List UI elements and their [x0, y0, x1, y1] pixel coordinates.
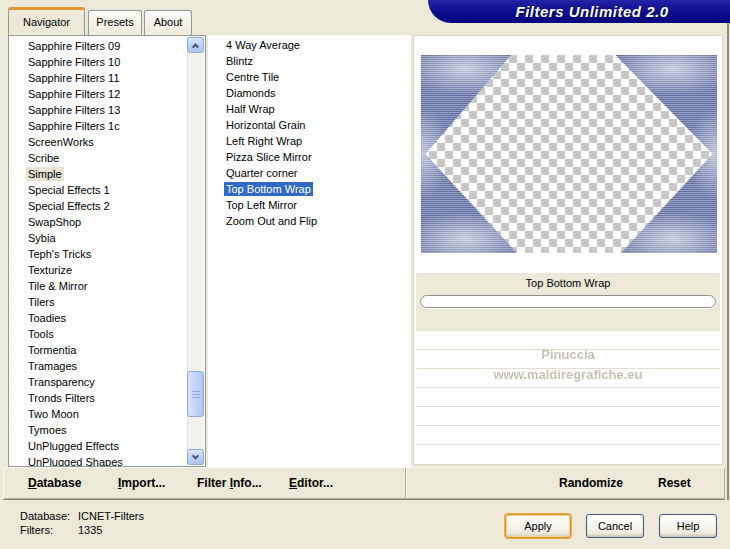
filter-item[interactable]: Diamonds: [224, 85, 411, 101]
filter-item[interactable]: 4 Way Average: [224, 37, 411, 53]
category-list: Sapphire Filters 09Sapphire Filters 10Sa…: [9, 36, 187, 466]
filter-info-button[interactable]: Filter Info...: [197, 467, 262, 499]
filter-list-panel: 4 Way AverageBlintzCentre TileDiamondsHa…: [208, 35, 411, 467]
grip-icon: [192, 391, 200, 398]
filter-item[interactable]: Centre Tile: [224, 69, 411, 85]
reset-button[interactable]: Reset: [658, 467, 691, 499]
import-button[interactable]: Import...: [118, 467, 165, 499]
title-banner: Filters Unlimited 2.0: [428, 0, 730, 23]
scroll-up-button[interactable]: [187, 37, 204, 53]
category-item[interactable]: Scribe: [26, 150, 187, 166]
category-item[interactable]: Texturize: [26, 262, 187, 278]
filter-item[interactable]: Blintz: [224, 53, 411, 69]
category-item[interactable]: Tilers: [26, 294, 187, 310]
filter-item[interactable]: Zoom Out and Flip: [224, 213, 411, 229]
category-item[interactable]: Toadies: [26, 310, 187, 326]
chevron-up-icon: [192, 43, 199, 50]
preview-caption-zone: Top Bottom Wrap: [416, 273, 720, 331]
tab-about[interactable]: About: [144, 10, 192, 35]
parameter-row: [416, 407, 720, 426]
preview-slider[interactable]: [420, 295, 716, 308]
preview-image: [421, 55, 717, 253]
parameter-row: [416, 426, 720, 445]
filters-count-label: Filters:: [20, 524, 53, 536]
category-item[interactable]: Sapphire Filters 11: [26, 70, 187, 86]
watermark-line-1: Pinuccia: [416, 345, 720, 365]
filter-item[interactable]: Quarter corner: [224, 165, 411, 181]
parameter-row: [416, 445, 720, 463]
category-item[interactable]: Special Effects 1: [26, 182, 187, 198]
category-item[interactable]: Tormentia: [26, 342, 187, 358]
category-item[interactable]: Tramages: [26, 358, 187, 374]
category-item[interactable]: Special Effects 2: [26, 198, 187, 214]
help-button[interactable]: Help: [659, 514, 717, 538]
watermark-line-2: www.maldiregrafiche.eu: [416, 365, 720, 385]
category-item[interactable]: Transparency: [26, 374, 187, 390]
category-list-panel: Sapphire Filters 09Sapphire Filters 10Sa…: [8, 35, 206, 467]
status-bar: Database: ICNET-Filters Filters: 1335 Ap…: [0, 500, 730, 549]
category-item[interactable]: Sapphire Filters 10: [26, 54, 187, 70]
category-item[interactable]: Tymoes: [26, 422, 187, 438]
category-item[interactable]: Sapphire Filters 12: [26, 86, 187, 102]
toolbar: Database Import... Filter Info... Editor…: [3, 467, 725, 500]
watermark: Pinuccia www.maldiregrafiche.eu: [416, 345, 720, 385]
checkerboard-diamond: [421, 55, 717, 253]
filter-item[interactable]: Top Left Mirror: [224, 197, 411, 213]
category-item[interactable]: ScreenWorks: [26, 134, 187, 150]
filter-item[interactable]: Left Right Wrap: [224, 133, 411, 149]
filter-item[interactable]: Top Bottom Wrap: [224, 181, 411, 197]
scroll-thumb[interactable]: [187, 371, 204, 417]
app-title: Filters Unlimited 2.0: [489, 3, 668, 20]
category-item[interactable]: Sybia: [26, 230, 187, 246]
cancel-button[interactable]: Cancel: [586, 514, 644, 538]
database-status-label: Database:: [20, 510, 70, 522]
filter-item[interactable]: Half Wrap: [224, 101, 411, 117]
category-scrollbar[interactable]: [187, 37, 204, 465]
preview-caption: Top Bottom Wrap: [416, 273, 720, 294]
category-item[interactable]: UnPlugged Shapes: [26, 454, 187, 466]
category-item[interactable]: Tronds Filters: [26, 390, 187, 406]
filter-item[interactable]: Horizontal Grain: [224, 117, 411, 133]
filters-count-value: 1335: [78, 524, 102, 536]
category-item[interactable]: SwapShop: [26, 214, 187, 230]
parameter-rows: Pinuccia www.maldiregrafiche.eu: [416, 331, 720, 463]
preview-panel: Top Bottom Wrap Pinuccia www.maldiregraf…: [413, 35, 723, 465]
filter-item[interactable]: Pizza Slice Mirror: [224, 149, 411, 165]
apply-button[interactable]: Apply: [505, 514, 571, 538]
database-status-value: ICNET-Filters: [78, 510, 144, 522]
category-item[interactable]: Two Moon: [26, 406, 187, 422]
database-button[interactable]: Database: [28, 467, 81, 499]
tab-navigator[interactable]: Navigator: [8, 7, 85, 35]
category-item[interactable]: Sapphire Filters 1c: [26, 118, 187, 134]
category-item[interactable]: Tools: [26, 326, 187, 342]
tab-presets[interactable]: Presets: [88, 10, 142, 35]
chevron-down-icon: [192, 452, 199, 459]
dialog-right-border: [727, 23, 729, 549]
editor-button[interactable]: Editor...: [289, 467, 333, 499]
category-item[interactable]: Tile & Mirror: [26, 278, 187, 294]
category-item[interactable]: Simple: [26, 166, 187, 182]
toolbar-separator: [405, 468, 407, 498]
category-item[interactable]: UnPlugged Effects: [26, 438, 187, 454]
randomize-button[interactable]: Randomize: [559, 467, 623, 499]
category-item[interactable]: Sapphire Filters 13: [26, 102, 187, 118]
parameter-row: [416, 388, 720, 407]
filters-unlimited-dialog: Filters Unlimited 2.0 Navigator Presets …: [0, 0, 730, 549]
category-item[interactable]: Sapphire Filters 09: [26, 38, 187, 54]
filter-list: 4 Way AverageBlintzCentre TileDiamondsHa…: [208, 35, 411, 467]
category-item[interactable]: Teph's Tricks: [26, 246, 187, 262]
scroll-down-button[interactable]: [187, 449, 204, 465]
